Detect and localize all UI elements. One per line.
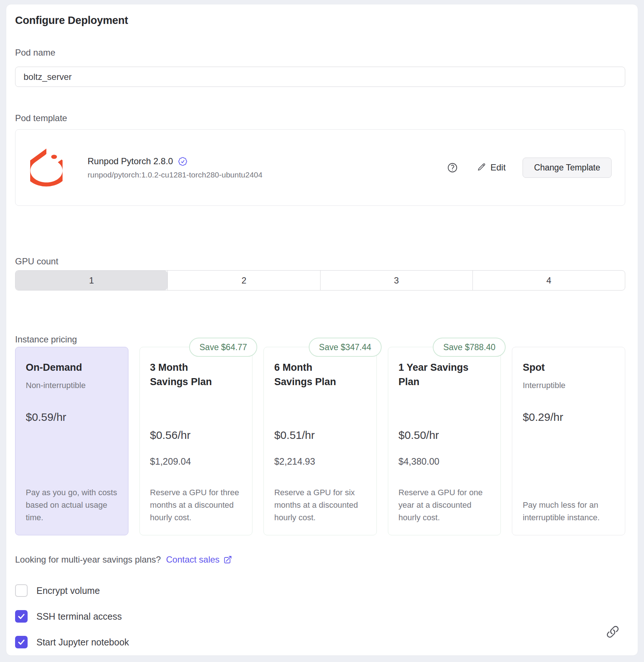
change-template-button[interactable]: Change Template [523, 158, 612, 178]
multi-year-question: Looking for multi-year savings plans? [15, 554, 161, 565]
help-icon[interactable] [447, 162, 458, 173]
card-description: Reserve a GPU for three months at a disc… [150, 486, 242, 524]
ssh-terminal-checkbox[interactable] [15, 610, 28, 623]
card-rate: $0.29/hr [523, 411, 615, 423]
save-badge: Save $347.44 [309, 338, 382, 357]
edit-label: Edit [491, 162, 506, 173]
card-rate: $0.51/hr [274, 429, 366, 441]
template-name: Runpod Pytorch 2.8.0 [88, 156, 173, 166]
gpu-count-selector: 1 2 3 4 [15, 270, 625, 290]
encrypt-volume-checkbox[interactable] [15, 584, 28, 597]
gpu-option-3[interactable]: 3 [320, 271, 473, 290]
contact-sales-link[interactable]: Contact sales [166, 554, 232, 565]
encrypt-volume-label[interactable]: Encrypt volume [36, 585, 100, 596]
pricing-card-1-year[interactable]: Save $788.40 1 Year Savings Plan $0.50/h… [388, 347, 501, 535]
pricing-card-on-demand[interactable]: On-Demand Non-interruptible $0.59/hr Pay… [15, 347, 128, 535]
template-actions: Edit Change Template [447, 158, 612, 178]
configure-deployment-panel: Configure Deployment Pod name Pod templa… [6, 4, 638, 656]
template-info: Runpod Pytorch 2.8.0 runpod/pytorch:1.0.… [88, 156, 262, 179]
jupyter-notebook-checkbox[interactable] [15, 636, 28, 648]
card-rate: $0.50/hr [399, 429, 491, 441]
page-title: Configure Deployment [15, 14, 625, 27]
card-description: Pay much less for an interruptible insta… [523, 499, 615, 524]
check-icon [17, 612, 26, 621]
card-total: $1,209.04 [150, 456, 242, 467]
external-link-icon [223, 555, 232, 564]
save-badge: Save $788.40 [433, 338, 506, 357]
gpu-option-4[interactable]: 4 [473, 271, 625, 290]
pricing-card-3-month[interactable]: Save $64.77 3 Month Savings Plan $0.56/h… [139, 347, 253, 535]
template-card: Runpod Pytorch 2.8.0 runpod/pytorch:1.0.… [15, 129, 625, 206]
card-title: On-Demand [26, 360, 118, 375]
jupyter-notebook-label[interactable]: Start Jupyter notebook [36, 637, 129, 648]
pricing-card-spot[interactable]: Spot Interruptible $0.29/hr Pay much les… [512, 347, 625, 535]
card-rate: $0.56/hr [150, 429, 242, 441]
pencil-icon [476, 163, 486, 173]
card-description: Reserve a GPU for six months at a discou… [274, 486, 366, 524]
save-badge: Save $64.77 [189, 338, 257, 357]
edit-button[interactable]: Edit [476, 162, 506, 173]
pytorch-flame-icon [30, 148, 63, 187]
option-row-ssh-terminal: SSH terminal access [15, 610, 625, 623]
card-description: Pay as you go, with costs based on actua… [26, 486, 118, 524]
pod-name-label: Pod name [15, 47, 625, 58]
copy-link-icon[interactable] [606, 625, 619, 638]
card-subtitle: Non-interruptible [26, 381, 118, 390]
verified-badge-icon [177, 156, 188, 167]
gpu-option-1[interactable]: 1 [15, 271, 167, 290]
pod-template-label: Pod template [15, 113, 625, 123]
check-icon [17, 638, 26, 647]
card-title: 6 Month Savings Plan [274, 360, 344, 389]
contact-sales-label: Contact sales [166, 554, 219, 565]
pricing-footer: Looking for multi-year savings plans? Co… [15, 554, 625, 565]
card-total: $4,380.00 [399, 456, 491, 467]
card-total: $2,214.93 [274, 456, 366, 467]
ssh-terminal-label[interactable]: SSH terminal access [36, 611, 122, 622]
gpu-count-label: GPU count [15, 256, 625, 267]
card-rate: $0.59/hr [26, 411, 118, 423]
card-title: Spot [523, 360, 615, 375]
card-title: 1 Year Savings Plan [399, 360, 478, 389]
card-description: Reserve a GPU for one year at a discount… [399, 486, 491, 524]
card-title: 3 Month Savings Plan [150, 360, 220, 389]
pricing-cards: On-Demand Non-interruptible $0.59/hr Pay… [15, 347, 625, 535]
option-row-encrypt-volume: Encrypt volume [15, 584, 625, 597]
card-subtitle: Interruptible [523, 381, 615, 390]
pricing-card-6-month[interactable]: Save $347.44 6 Month Savings Plan $0.51/… [263, 347, 377, 535]
template-image-name: runpod/pytorch:1.0.2-cu1281-torch280-ubu… [88, 170, 262, 179]
pod-name-input[interactable] [15, 67, 625, 87]
gpu-option-2[interactable]: 2 [167, 271, 320, 290]
option-row-jupyter-notebook: Start Jupyter notebook [15, 635, 625, 649]
